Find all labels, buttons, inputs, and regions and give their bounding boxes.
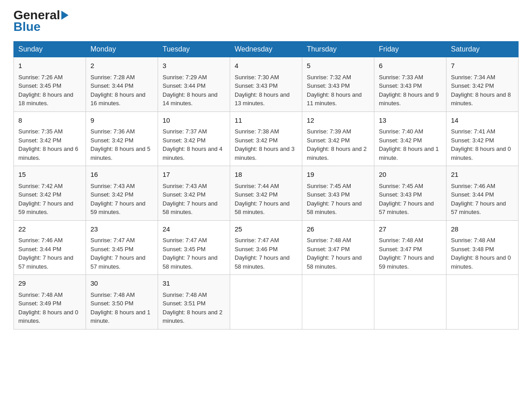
header-sunday: Sunday	[14, 42, 86, 57]
day-info: Sunrise: 7:46 AMSunset: 3:44 PMDaylight:…	[451, 183, 506, 216]
calendar-cell	[446, 275, 519, 330]
day-number: 3	[163, 61, 225, 71]
day-number: 1	[18, 61, 81, 71]
calendar-week-2: 8 Sunrise: 7:35 AMSunset: 3:42 PMDayligh…	[14, 111, 519, 166]
day-info: Sunrise: 7:38 AMSunset: 3:42 PMDaylight:…	[235, 128, 295, 161]
day-number: 28	[451, 224, 514, 235]
calendar-cell: 29 Sunrise: 7:48 AMSunset: 3:49 PMDaylig…	[14, 275, 86, 330]
calendar-cell: 24 Sunrise: 7:47 AMSunset: 3:45 PMDaylig…	[158, 220, 230, 275]
day-info: Sunrise: 7:48 AMSunset: 3:50 PMDaylight:…	[90, 291, 150, 325]
day-info: Sunrise: 7:43 AMSunset: 3:42 PMDaylight:…	[90, 183, 146, 216]
calendar-cell: 21 Sunrise: 7:46 AMSunset: 3:44 PMDaylig…	[446, 166, 519, 221]
calendar-cell: 26 Sunrise: 7:48 AMSunset: 3:47 PMDaylig…	[302, 220, 374, 275]
calendar-cell: 7 Sunrise: 7:34 AMSunset: 3:42 PMDayligh…	[446, 57, 519, 112]
day-info: Sunrise: 7:48 AMSunset: 3:47 PMDaylight:…	[379, 237, 434, 270]
day-number: 14	[451, 116, 514, 126]
calendar-cell: 30 Sunrise: 7:48 AMSunset: 3:50 PMDaylig…	[86, 275, 158, 330]
day-info: Sunrise: 7:48 AMSunset: 3:51 PMDaylight:…	[163, 291, 223, 325]
calendar-header: Sunday Monday Tuesday Wednesday Thursday…	[14, 42, 519, 57]
day-number: 11	[235, 116, 297, 126]
day-number: 26	[307, 224, 369, 235]
logo-blue: Blue	[13, 21, 41, 33]
day-number: 22	[18, 224, 81, 235]
calendar-cell: 13 Sunrise: 7:40 AMSunset: 3:42 PMDaylig…	[374, 111, 446, 166]
calendar-cell: 20 Sunrise: 7:45 AMSunset: 3:43 PMDaylig…	[374, 166, 446, 221]
day-info: Sunrise: 7:47 AMSunset: 3:46 PMDaylight:…	[235, 237, 290, 270]
day-info: Sunrise: 7:32 AMSunset: 3:43 PMDaylight:…	[307, 74, 362, 107]
calendar-cell: 25 Sunrise: 7:47 AMSunset: 3:46 PMDaylig…	[230, 220, 302, 275]
day-info: Sunrise: 7:48 AMSunset: 3:49 PMDaylight:…	[18, 291, 78, 325]
calendar-cell: 2 Sunrise: 7:28 AMSunset: 3:44 PMDayligh…	[86, 57, 158, 112]
calendar-cell: 22 Sunrise: 7:46 AMSunset: 3:44 PMDaylig…	[14, 220, 86, 275]
calendar-cell: 8 Sunrise: 7:35 AMSunset: 3:42 PMDayligh…	[14, 111, 86, 166]
day-info: Sunrise: 7:33 AMSunset: 3:43 PMDaylight:…	[379, 74, 439, 107]
calendar-cell	[302, 275, 374, 330]
day-number: 8	[18, 116, 81, 126]
day-info: Sunrise: 7:40 AMSunset: 3:42 PMDaylight:…	[379, 128, 439, 161]
day-info: Sunrise: 7:36 AMSunset: 3:42 PMDaylight:…	[90, 128, 150, 161]
day-number: 30	[90, 278, 153, 289]
calendar-cell: 15 Sunrise: 7:42 AMSunset: 3:42 PMDaylig…	[14, 166, 86, 221]
day-info: Sunrise: 7:30 AMSunset: 3:43 PMDaylight:…	[235, 74, 290, 107]
day-info: Sunrise: 7:47 AMSunset: 3:45 PMDaylight:…	[90, 237, 146, 270]
calendar-week-1: 1 Sunrise: 7:26 AMSunset: 3:45 PMDayligh…	[14, 57, 519, 112]
calendar-cell: 23 Sunrise: 7:47 AMSunset: 3:45 PMDaylig…	[86, 220, 158, 275]
calendar-cell: 19 Sunrise: 7:45 AMSunset: 3:43 PMDaylig…	[302, 166, 374, 221]
calendar-cell: 18 Sunrise: 7:44 AMSunset: 3:42 PMDaylig…	[230, 166, 302, 221]
header-row: Sunday Monday Tuesday Wednesday Thursday…	[14, 42, 519, 57]
calendar-cell: 17 Sunrise: 7:43 AMSunset: 3:42 PMDaylig…	[158, 166, 230, 221]
day-number: 27	[379, 224, 442, 235]
calendar-week-4: 22 Sunrise: 7:46 AMSunset: 3:44 PMDaylig…	[14, 220, 519, 275]
day-info: Sunrise: 7:46 AMSunset: 3:44 PMDaylight:…	[18, 237, 73, 270]
day-number: 20	[379, 170, 442, 180]
day-info: Sunrise: 7:28 AMSunset: 3:44 PMDaylight:…	[90, 74, 146, 107]
header-wednesday: Wednesday	[230, 42, 302, 57]
day-number: 10	[163, 116, 225, 126]
calendar-cell: 11 Sunrise: 7:38 AMSunset: 3:42 PMDaylig…	[230, 111, 302, 166]
day-number: 15	[18, 170, 81, 180]
day-number: 2	[90, 61, 153, 71]
day-info: Sunrise: 7:48 AMSunset: 3:48 PMDaylight:…	[451, 237, 511, 270]
calendar-cell: 5 Sunrise: 7:32 AMSunset: 3:43 PMDayligh…	[302, 57, 374, 112]
day-number: 17	[163, 170, 225, 180]
logo: General Blue	[13, 9, 69, 33]
day-info: Sunrise: 7:43 AMSunset: 3:42 PMDaylight:…	[163, 183, 218, 216]
calendar-cell: 16 Sunrise: 7:43 AMSunset: 3:42 PMDaylig…	[86, 166, 158, 221]
day-number: 6	[379, 61, 442, 71]
day-info: Sunrise: 7:44 AMSunset: 3:42 PMDaylight:…	[235, 183, 290, 216]
header-friday: Friday	[374, 42, 446, 57]
day-info: Sunrise: 7:48 AMSunset: 3:47 PMDaylight:…	[307, 237, 362, 270]
day-number: 23	[90, 224, 153, 235]
header-saturday: Saturday	[446, 42, 519, 57]
calendar-cell: 14 Sunrise: 7:41 AMSunset: 3:42 PMDaylig…	[446, 111, 519, 166]
calendar-cell: 4 Sunrise: 7:30 AMSunset: 3:43 PMDayligh…	[230, 57, 302, 112]
calendar-cell: 9 Sunrise: 7:36 AMSunset: 3:42 PMDayligh…	[86, 111, 158, 166]
day-info: Sunrise: 7:41 AMSunset: 3:42 PMDaylight:…	[451, 128, 511, 161]
day-number: 13	[379, 116, 442, 126]
calendar-cell	[230, 275, 302, 330]
calendar-cell: 31 Sunrise: 7:48 AMSunset: 3:51 PMDaylig…	[158, 275, 230, 330]
day-number: 21	[451, 170, 514, 180]
day-number: 18	[235, 170, 297, 180]
day-info: Sunrise: 7:42 AMSunset: 3:42 PMDaylight:…	[18, 183, 73, 216]
header-monday: Monday	[86, 42, 158, 57]
calendar-body: 1 Sunrise: 7:26 AMSunset: 3:45 PMDayligh…	[14, 57, 519, 330]
day-info: Sunrise: 7:39 AMSunset: 3:42 PMDaylight:…	[307, 128, 367, 161]
day-number: 25	[235, 224, 297, 235]
calendar-cell: 3 Sunrise: 7:29 AMSunset: 3:44 PMDayligh…	[158, 57, 230, 112]
day-info: Sunrise: 7:35 AMSunset: 3:42 PMDaylight:…	[18, 128, 78, 161]
calendar-cell: 28 Sunrise: 7:48 AMSunset: 3:48 PMDaylig…	[446, 220, 519, 275]
day-number: 5	[307, 61, 369, 71]
day-info: Sunrise: 7:45 AMSunset: 3:43 PMDaylight:…	[307, 183, 362, 216]
calendar-cell: 6 Sunrise: 7:33 AMSunset: 3:43 PMDayligh…	[374, 57, 446, 112]
header-thursday: Thursday	[302, 42, 374, 57]
calendar-cell: 10 Sunrise: 7:37 AMSunset: 3:42 PMDaylig…	[158, 111, 230, 166]
day-number: 24	[163, 224, 225, 235]
page-header: General Blue	[13, 9, 519, 33]
day-info: Sunrise: 7:37 AMSunset: 3:42 PMDaylight:…	[163, 128, 223, 161]
day-number: 31	[163, 278, 225, 289]
day-number: 19	[307, 170, 369, 180]
day-info: Sunrise: 7:29 AMSunset: 3:44 PMDaylight:…	[163, 74, 218, 107]
calendar-week-3: 15 Sunrise: 7:42 AMSunset: 3:42 PMDaylig…	[14, 166, 519, 221]
calendar-cell: 12 Sunrise: 7:39 AMSunset: 3:42 PMDaylig…	[302, 111, 374, 166]
